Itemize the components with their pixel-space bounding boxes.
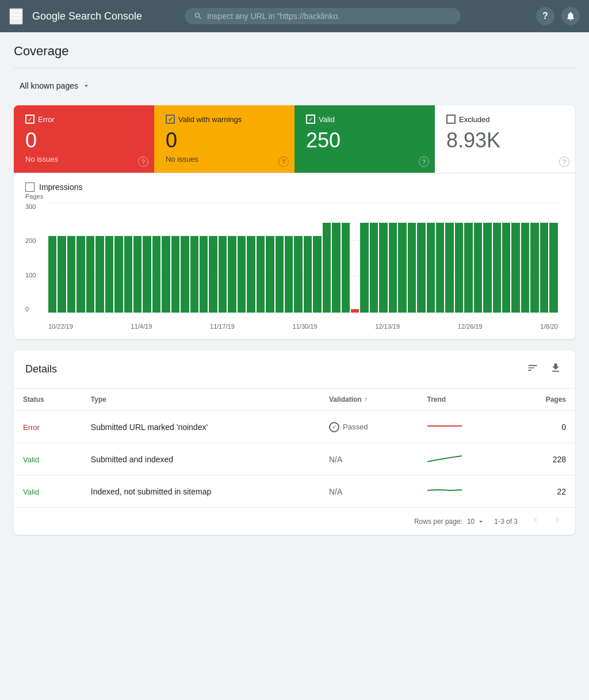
table-row[interactable]: ValidIndexed, not submitted in sitemapN/… [14,475,575,508]
pagination-row: Rows per page: 10 1-3 of 3 [14,507,575,535]
valid-count: 250 [306,128,423,153]
tile-excluded[interactable]: Excluded 8.93K ? [435,105,575,173]
chart-section: Impressions Pages 0 100 200 300 [14,173,575,339]
row-validation-1: N/A [320,443,418,475]
details-title: Details [25,363,525,375]
col-pages: Pages [508,389,575,411]
chart-bar-34 [370,223,378,313]
chart-bar-16 [200,236,208,313]
row-status-1: Valid [23,455,39,464]
row-pages-1: 228 [508,443,575,475]
svg-rect-2 [10,18,22,19]
table-row[interactable]: ErrorSubmitted URL marked 'noindex'✓ Pas… [14,411,575,443]
tile-valid-header: ✓ Valid [306,115,423,124]
chart-bar-43 [455,223,463,313]
rows-per-page-label: Rows per page: [414,518,462,526]
chevron-down-icon [82,81,91,90]
y-label-200: 200 [25,237,45,244]
y-axis-labels: 0 100 200 300 [25,203,45,313]
chart-bar-19 [228,236,236,313]
filter-dropdown[interactable]: All known pages [14,78,97,94]
x-axis-labels: 10/22/19 11/4/19 11/17/19 11/30/19 12/13… [48,314,558,330]
pagination-range: 1-3 of 3 [494,518,518,526]
chart-bar-26 [294,236,302,313]
chart-bar-12 [162,236,170,313]
col-validation[interactable]: Validation ↑ [320,389,418,411]
chart-bar-44 [464,223,472,313]
search-bar[interactable] [185,8,461,24]
table-header-row: Status Type Validation ↑ Trend Pages [14,389,575,411]
warning-checkbox: ✓ [166,115,175,124]
chart-bar-1 [58,236,66,313]
chart-bar-33 [360,223,368,313]
chart-bar-52 [540,223,548,313]
chart-bar-37 [398,223,406,313]
notification-button[interactable] [561,7,580,25]
chart-bar-36 [389,223,397,313]
tile-excluded-header: Excluded [446,115,564,124]
chart-bar-27 [304,236,312,313]
sort-icon: ↑ [364,395,368,404]
x-label-2: 11/4/19 [131,323,152,330]
rows-chevron-icon [477,518,485,526]
prev-page-button[interactable] [527,513,544,529]
chart-bar-14 [181,236,189,313]
row-pages-0: 0 [508,411,575,443]
app-logo: Google Search Console [32,10,142,22]
chart-bar-47 [493,223,501,313]
row-trend-1 [418,443,509,475]
chart-bar-42 [445,223,453,313]
svg-rect-1 [10,14,22,16]
table-row[interactable]: ValidSubmitted and indexedN/A228 [14,443,575,475]
help-button[interactable]: ? [536,7,554,25]
tile-valid[interactable]: ✓ Valid 250 ? [294,105,435,173]
filter-label: All known pages [20,81,78,90]
row-trend-0 [418,411,509,443]
chart-bar-39 [417,223,425,313]
chart-bar-6 [105,236,113,313]
table-body: ErrorSubmitted URL marked 'noindex'✓ Pas… [14,411,575,508]
svg-rect-0 [10,11,22,12]
chart-bar-4 [86,236,94,313]
chart-bar-9 [133,236,141,313]
y-label-100: 100 [25,272,45,279]
chart-bar-22 [257,236,265,313]
tile-error[interactable]: ✓ Error 0 No issues ? [14,105,154,173]
chart-bar-40 [427,223,435,313]
chart-bar-45 [474,223,482,313]
status-tiles: ✓ Error 0 No issues ? ✓ Valid with warni… [14,105,575,173]
impressions-checkbox[interactable] [25,182,35,192]
chart-bar-25 [285,236,293,313]
warning-count: 0 [166,128,283,153]
filter-button[interactable] [525,360,541,379]
rows-per-page-select[interactable]: 10 [467,518,485,526]
search-icon [194,12,202,21]
tile-warning[interactable]: ✓ Valid with warnings 0 No issues ? [154,105,294,173]
row-pages-2: 22 [508,475,575,508]
menu-icon[interactable] [9,8,23,25]
chart-bar-21 [247,236,255,313]
page-content: Coverage All known pages ✓ Error 0 No is… [0,32,589,546]
chart-bar-20 [238,236,246,313]
next-page-button[interactable] [549,513,566,529]
download-button[interactable] [548,360,564,379]
tile-error-header: ✓ Error [25,115,143,124]
chart-bar-24 [276,236,284,313]
y-label-0: 0 [25,306,45,313]
error-checkbox: ✓ [25,115,35,124]
rows-per-page: Rows per page: 10 [414,518,485,526]
y-axis-label: Pages [25,193,43,200]
error-count: 0 [25,128,143,153]
search-input[interactable] [207,12,452,21]
header: Google Search Console ? [0,0,589,32]
error-subtitle: No issues [25,155,143,163]
row-trend-2 [418,475,509,508]
chart-bar-8 [124,236,132,313]
valid-label: Valid [319,115,335,124]
validation-header-label: Validation [329,395,362,404]
warning-help-icon: ? [278,157,289,167]
col-type: Type [82,389,320,411]
chart-legend: Impressions [25,182,564,192]
chart-bar-5 [95,236,104,313]
warning-subtitle: No issues [166,155,283,163]
